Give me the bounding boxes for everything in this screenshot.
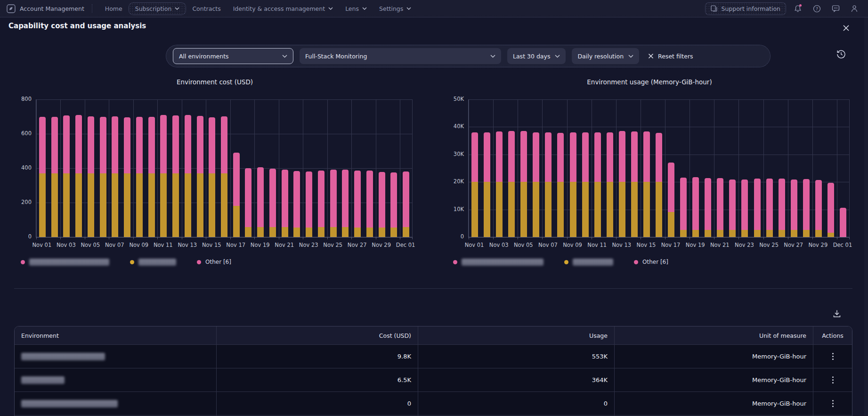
bar-segment[interactable] xyxy=(496,131,503,182)
bar-segment[interactable] xyxy=(692,177,699,230)
bar-segment[interactable] xyxy=(779,179,785,230)
bar-segment[interactable] xyxy=(136,117,143,173)
column-header-usage[interactable]: Usage xyxy=(418,326,615,344)
user-menu-button[interactable] xyxy=(847,2,861,15)
bar-segment[interactable] xyxy=(354,171,361,227)
bar-segment[interactable] xyxy=(582,182,589,237)
row-actions-menu-button[interactable] xyxy=(829,397,836,410)
bar-segment[interactable] xyxy=(594,132,601,182)
bar-segment[interactable] xyxy=(484,182,490,237)
bar-segment[interactable] xyxy=(803,230,810,237)
bar-segment[interactable] xyxy=(306,171,312,228)
nav-item-subscription[interactable]: Subscription xyxy=(129,2,187,15)
nav-item-contracts[interactable]: Contracts xyxy=(186,3,227,15)
bar-segment[interactable] xyxy=(269,169,276,227)
help-button[interactable]: ? xyxy=(810,2,824,15)
bar-segment[interactable] xyxy=(754,230,761,237)
bar-segment[interactable] xyxy=(791,230,797,237)
bar-segment[interactable] xyxy=(779,230,785,237)
feedback-button[interactable] xyxy=(828,2,843,15)
bar-segment[interactable] xyxy=(245,227,251,237)
bar-segment[interactable] xyxy=(766,179,773,230)
bar-segment[interactable] xyxy=(815,180,822,230)
bar-segment[interactable] xyxy=(366,228,373,237)
bar-segment[interactable] xyxy=(607,132,613,182)
legend-item[interactable]: Other [6] xyxy=(634,259,668,265)
bar-segment[interactable] xyxy=(656,182,662,237)
bar-segment[interactable] xyxy=(508,182,515,237)
vertical-scrollbar[interactable] xyxy=(864,17,868,416)
bar-segment[interactable] xyxy=(293,171,300,227)
bar-segment[interactable] xyxy=(766,230,773,237)
bar-segment[interactable] xyxy=(233,153,240,206)
bar-segment[interactable] xyxy=(520,182,527,237)
bar-segment[interactable] xyxy=(112,173,118,237)
bar-segment[interactable] xyxy=(75,173,82,237)
bar-segment[interactable] xyxy=(269,227,276,237)
column-header-cost[interactable]: Cost (USD) xyxy=(217,326,418,344)
bar-segment[interactable] xyxy=(185,115,191,173)
bar-segment[interactable] xyxy=(631,131,638,182)
notifications-button[interactable] xyxy=(791,2,805,15)
bar-segment[interactable] xyxy=(172,115,179,173)
bar-segment[interactable] xyxy=(185,173,191,237)
bar-segment[interactable] xyxy=(643,182,650,237)
bar-segment[interactable] xyxy=(330,227,337,237)
column-header-environment[interactable]: Environment xyxy=(15,326,217,344)
bar-segment[interactable] xyxy=(160,173,167,237)
bar-segment[interactable] xyxy=(570,132,576,182)
environment-filter-select[interactable]: All environments xyxy=(173,48,293,64)
bar-segment[interactable] xyxy=(160,115,167,173)
bar-segment[interactable] xyxy=(197,173,203,237)
bar-segment[interactable] xyxy=(88,173,94,237)
legend-item[interactable] xyxy=(453,259,544,266)
nav-item-lens[interactable]: Lens xyxy=(339,3,373,15)
bar-segment[interactable] xyxy=(51,173,58,237)
bar-segment[interactable] xyxy=(390,172,397,228)
bar-segment[interactable] xyxy=(520,131,527,182)
bar-segment[interactable] xyxy=(306,228,312,237)
bar-segment[interactable] xyxy=(680,230,687,237)
bar-segment[interactable] xyxy=(379,172,385,228)
bar-segment[interactable] xyxy=(124,117,130,173)
close-button[interactable] xyxy=(840,22,852,34)
bar-segment[interactable] xyxy=(668,212,674,237)
bar-segment[interactable] xyxy=(545,132,552,182)
bar-segment[interactable] xyxy=(282,227,288,237)
bar-segment[interactable] xyxy=(100,173,106,237)
bar-segment[interactable] xyxy=(582,132,589,182)
bar-segment[interactable] xyxy=(729,230,736,237)
resolution-filter-select[interactable]: Daily resolution xyxy=(572,48,639,64)
bar-segment[interactable] xyxy=(233,206,240,237)
bar-segment[interactable] xyxy=(729,179,736,230)
bar-segment[interactable] xyxy=(245,168,251,227)
bar-segment[interactable] xyxy=(803,179,810,230)
bar-segment[interactable] xyxy=(692,230,699,237)
bar-segment[interactable] xyxy=(172,173,179,237)
bar-segment[interactable] xyxy=(471,182,478,237)
bar-segment[interactable] xyxy=(484,132,490,182)
bar-segment[interactable] xyxy=(815,230,822,237)
bar-segment[interactable] xyxy=(390,228,397,237)
bar-segment[interactable] xyxy=(619,131,625,182)
nav-item-home[interactable]: Home xyxy=(99,3,129,15)
bar-segment[interactable] xyxy=(148,117,155,173)
row-actions-menu-button[interactable] xyxy=(829,350,836,363)
bar-segment[interactable] xyxy=(741,230,748,237)
reset-filters-button[interactable]: Reset filters xyxy=(645,53,696,60)
timeframe-filter-select[interactable]: Last 30 days xyxy=(507,48,566,64)
bar-segment[interactable] xyxy=(631,182,638,237)
bar-segment[interactable] xyxy=(354,228,361,237)
column-header-unit[interactable]: Unit of measure xyxy=(615,326,813,344)
bar-segment[interactable] xyxy=(51,117,58,173)
bar-segment[interactable] xyxy=(330,170,337,227)
bar-segment[interactable] xyxy=(366,171,373,227)
bar-segment[interactable] xyxy=(840,208,846,237)
bar-segment[interactable] xyxy=(471,132,478,182)
bar-segment[interactable] xyxy=(63,115,70,173)
bar-segment[interactable] xyxy=(717,178,723,230)
bar-segment[interactable] xyxy=(791,179,797,230)
bar-segment[interactable] xyxy=(607,182,613,237)
bar-segment[interactable] xyxy=(496,182,503,237)
bar-segment[interactable] xyxy=(705,230,711,237)
